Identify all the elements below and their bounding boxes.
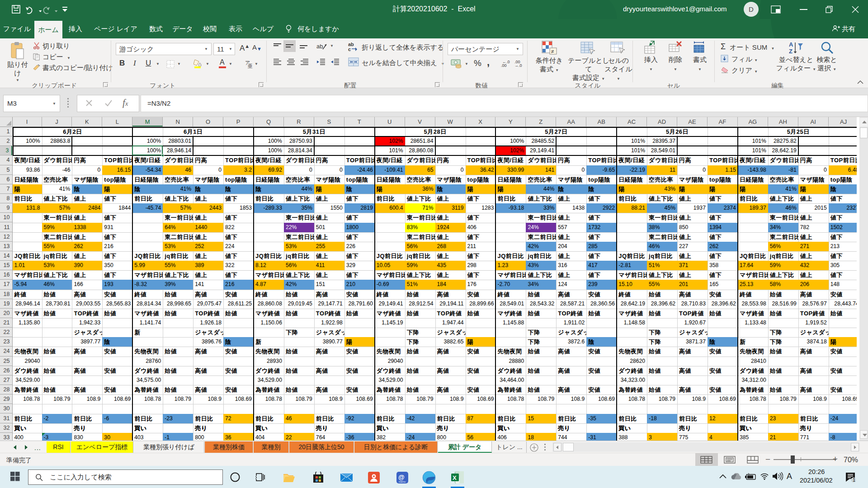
svg-text:@: @ [398, 474, 405, 481]
svg-text:X: X [453, 474, 457, 481]
svg-text:A: A [789, 41, 793, 48]
svg-text:≠: ≠ [551, 48, 554, 55]
svg-text:亜: 亜 [247, 63, 253, 68]
svg-text:ab: ab [316, 43, 323, 50]
svg-text:.00: .00 [501, 63, 507, 67]
svg-text:1: 1 [853, 477, 855, 483]
svg-text:Z: Z [789, 48, 793, 54]
svg-text:→.0: →.0 [514, 63, 522, 67]
svg-text:menu: menu [399, 480, 406, 483]
svg-text:c: c [348, 47, 351, 52]
